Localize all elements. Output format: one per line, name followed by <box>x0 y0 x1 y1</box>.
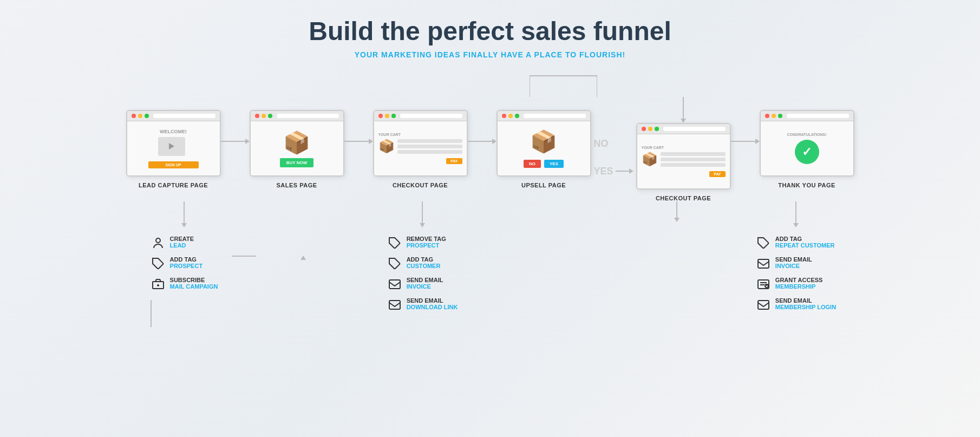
action-value: PROSPECT <box>407 242 446 249</box>
dot-red <box>378 114 383 118</box>
video-placeholder <box>158 137 185 156</box>
page-wrapper: Build the perfect sales funnel YOUR MARK… <box>0 0 980 349</box>
titlebar-lead <box>127 111 220 121</box>
url-bar <box>153 114 215 118</box>
svg-point-0 <box>156 238 160 243</box>
browser-checkout2: YOUR CART 📦 PAY <box>636 123 731 190</box>
dot-red <box>642 127 646 131</box>
action-grant-access: GRANT ACCESS MEMBERSHIP <box>756 277 823 292</box>
action-label: ADD TAG <box>407 256 441 263</box>
action-add-tag-prospect-lead: ADD TAG PROSPECT <box>151 256 203 271</box>
step-checkout2: YOUR CART 📦 PAY <box>636 97 731 201</box>
pay-button[interactable]: PAY <box>446 158 462 164</box>
action-subscribe: SUBSCRIBE MAIL CAMPAIGN <box>151 277 218 292</box>
browser-sales: 📦 BUY NOW <box>250 110 344 177</box>
action-value: MEMBERSHIP <box>775 283 823 290</box>
thankyou-content: CONGRATULATIONS! ✓ <box>761 121 853 175</box>
titlebar-sales <box>251 111 343 121</box>
dot-green <box>391 114 396 118</box>
play-icon <box>169 143 174 149</box>
titlebar-checkout1 <box>374 111 467 121</box>
action-label: SEND EMAIL <box>775 297 836 304</box>
svg-rect-7 <box>389 280 400 289</box>
checkout-lines <box>397 139 462 154</box>
yes-label: YES <box>594 166 616 177</box>
dot-yellow <box>138 114 142 118</box>
dot-green <box>655 127 659 131</box>
url-bar <box>787 114 849 118</box>
tag-icon-lead <box>151 256 166 271</box>
action-value: PROSPECT <box>170 263 203 269</box>
step-label-checkout1: CHECKOUT PAGE <box>393 182 448 188</box>
action-send-email-download: SEND EMAIL DOWNLOAD LINK <box>387 297 458 312</box>
tag-icon-remove <box>387 236 402 251</box>
dot-yellow <box>772 114 776 118</box>
action-label: SEND EMAIL <box>407 297 458 304</box>
action-add-tag-repeat: ADD TAG REPEAT CUSTOMER <box>756 236 835 251</box>
action-label: ADD TAG <box>775 236 835 242</box>
step-label-lead: LEAD CAPTURE PAGE <box>139 182 208 188</box>
svg-rect-8 <box>389 301 400 309</box>
dot-red <box>502 114 506 118</box>
checkout-line <box>661 163 726 167</box>
step-label-thankyou: THANK YOU PAGE <box>778 182 835 188</box>
action-label: ADD TAG <box>170 256 203 263</box>
dot-red <box>765 114 769 118</box>
url-bar <box>524 114 586 118</box>
action-value: MAIL CAMPAIGN <box>170 283 218 290</box>
checkout-line <box>661 158 726 161</box>
checkmark-icon: ✓ <box>795 140 819 164</box>
action-value: MEMBERSHIP LOGIN <box>775 304 836 310</box>
page-title: Build the perfect sales funnel <box>22 16 958 46</box>
cart-label-2: YOUR CART <box>642 146 726 149</box>
action-label: CREATE <box>170 236 194 242</box>
no-button[interactable]: NO <box>524 160 541 168</box>
checkout1-content: YOUR CART 📦 PAY <box>374 121 467 175</box>
action-value: INVOICE <box>407 283 443 290</box>
congrats-text: CONGRATULATIONS! <box>787 133 826 136</box>
box-image-upsell: 📦 <box>530 129 557 154</box>
action-send-email-membership: SEND EMAIL MEMBERSHIP LOGIN <box>756 297 836 312</box>
page-subtitle: YOUR MARKETING IDEAS FINALLY HAVE A PLAC… <box>22 50 958 59</box>
tag-icon-customer <box>387 256 402 271</box>
cart-label: YOUR CART <box>378 133 462 136</box>
browser-lead-capture: WELCOME! SIG <box>126 110 221 177</box>
action-send-email-invoice2: SEND EMAIL INVOICE <box>756 256 812 271</box>
action-label: SUBSCRIBE <box>170 277 218 283</box>
titlebar-thankyou <box>761 111 853 121</box>
svg-rect-10 <box>758 259 769 268</box>
buy-now-button[interactable]: BUY NOW <box>280 158 314 167</box>
browsers-row: WELCOME! SIG <box>126 97 854 201</box>
action-value: INVOICE <box>775 263 812 269</box>
action-value: REPEAT CUSTOMER <box>775 242 835 249</box>
step-label-checkout2: CHECKOUT PAGE <box>656 195 711 201</box>
upsell-content: 📦 NO YES <box>498 121 590 175</box>
step-lead-capture: WELCOME! SIG <box>126 110 221 188</box>
dot-green <box>268 114 272 118</box>
checkout1-actions: REMOVE TAG PROSPECT AD <box>387 227 458 318</box>
dot-yellow <box>508 114 513 118</box>
email-icon-4 <box>756 297 771 312</box>
action-remove-tag: REMOVE TAG PROSPECT <box>387 236 446 251</box>
action-add-tag-customer: ADD TAG CUSTOMER <box>387 256 441 271</box>
checkout-line <box>397 139 462 143</box>
box-image-sales: 📦 <box>283 130 310 155</box>
dot-green <box>515 114 519 118</box>
pay-button-2[interactable]: PAY <box>709 171 725 177</box>
tag-icon-repeat <box>756 236 771 251</box>
browser-upsell: 📦 NO YES <box>496 110 591 177</box>
step-label-sales: SALES PAGE <box>276 182 317 188</box>
browser-thankyou: CONGRATULATIONS! ✓ <box>760 110 854 177</box>
thankyou-actions: ADD TAG REPEAT CUSTOMER <box>756 227 836 318</box>
signup-button[interactable]: SIGN UP <box>148 161 199 168</box>
dot-green <box>778 114 782 118</box>
action-create-lead: CREATE LEAD <box>151 236 194 251</box>
action-send-email-invoice1: SEND EMAIL INVOICE <box>387 277 443 292</box>
browser-checkout1: YOUR CART 📦 PAY <box>373 110 468 177</box>
dot-yellow <box>262 114 266 118</box>
step-label-upsell: UPSELL PAGE <box>521 182 566 188</box>
arrow-sales-to-checkout1 <box>344 139 373 144</box>
step-thankyou: CONGRATULATIONS! ✓ THANK YOU PAGE <box>760 110 854 188</box>
yes-button[interactable]: YES <box>544 160 564 168</box>
box-image-checkout2: 📦 <box>642 152 658 167</box>
